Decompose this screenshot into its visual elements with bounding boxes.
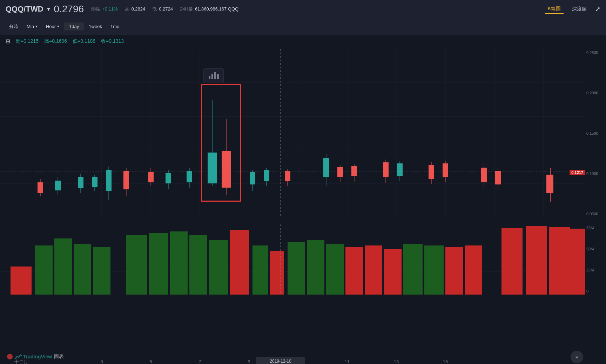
depth-chart-button[interactable]: 深度圖	[569, 5, 590, 14]
svg-rect-106	[211, 74, 213, 79]
symbol-arrow: ▼	[46, 6, 51, 12]
volume-svg	[0, 224, 585, 295]
watermark-suffix: 圖表	[54, 353, 64, 360]
svg-rect-61	[495, 171, 501, 184]
change-group: 漲幅 +0.11%	[91, 6, 117, 12]
volume-value: 61,860,986.167 QQQ	[195, 6, 238, 12]
svg-rect-75	[189, 235, 207, 295]
vy-label-3: 0	[586, 289, 605, 293]
svg-rect-74	[170, 231, 188, 295]
chart-container: ⊞ 開=0.1215 高=0.1696 低=0.1188 收=0.1313	[0, 35, 606, 364]
y-label-1: 0.2000	[586, 91, 605, 95]
svg-text:5: 5	[149, 359, 152, 364]
svg-rect-71	[93, 247, 110, 295]
hour-button[interactable]: Hour ▾	[42, 22, 63, 31]
svg-rect-80	[288, 242, 305, 295]
fullscreen-button[interactable]: ⤢	[595, 5, 600, 13]
svg-rect-25	[106, 170, 112, 191]
vy-label-0: 75M	[586, 226, 605, 230]
svg-rect-17	[38, 182, 43, 193]
1day-button[interactable]: 1day	[64, 22, 84, 31]
svg-rect-83	[345, 247, 363, 295]
ohlc-high: 高=0.1696	[44, 38, 67, 45]
change-label: 漲幅	[91, 6, 100, 12]
forward-button[interactable]: »	[571, 351, 583, 363]
x-axis: 十二月 3 5 7 9 2019-12-10 11 13 15	[0, 356, 585, 364]
main-chart: 0.1217	[0, 49, 585, 217]
svg-text:2019-12-10: 2019-12-10	[270, 359, 291, 364]
1mo-button[interactable]: 1mo	[107, 22, 123, 31]
svg-rect-78	[252, 245, 268, 295]
svg-rect-69	[54, 238, 72, 295]
svg-rect-27	[123, 171, 129, 189]
y-label-4: 0.0500	[586, 212, 605, 216]
svg-rect-19	[55, 181, 61, 190]
svg-rect-21	[78, 177, 83, 188]
svg-rect-105	[209, 76, 210, 79]
high-group: 高 0.2824	[125, 6, 146, 12]
k-chart-button[interactable]: K線圖	[545, 4, 564, 14]
toolbar: 分時 Min ▾ Hour ▾ 1day 1week 1mo	[0, 18, 606, 35]
vy-label-1: 50M	[586, 247, 605, 251]
svg-text:3: 3	[100, 359, 103, 364]
svg-rect-73	[149, 233, 168, 295]
svg-rect-47	[337, 167, 343, 177]
svg-text:十二月: 十二月	[14, 359, 28, 364]
change-value: +0.11%	[102, 6, 117, 12]
ohlc-cross: ⊞	[6, 38, 10, 45]
svg-rect-89	[465, 245, 482, 295]
svg-text:11: 11	[345, 359, 350, 364]
svg-rect-29	[148, 172, 154, 182]
svg-text:15: 15	[443, 359, 448, 364]
svg-rect-81	[307, 240, 324, 295]
svg-rect-76	[209, 240, 228, 295]
low-label: 低	[152, 6, 157, 12]
svg-text:7: 7	[198, 359, 201, 364]
vy-label-2: 25M	[586, 268, 605, 272]
high-label: 高	[125, 6, 129, 12]
svg-rect-67	[11, 267, 32, 295]
svg-rect-70	[74, 244, 91, 295]
1week-button[interactable]: 1week	[85, 22, 106, 31]
svg-rect-91	[526, 226, 547, 295]
min-button[interactable]: Min ▾	[23, 22, 41, 31]
svg-rect-23	[92, 177, 97, 187]
bar-chart-icon	[208, 72, 219, 80]
svg-rect-59	[481, 168, 487, 182]
header-right: K線圖 深度圖 ⤢	[545, 4, 600, 14]
tradingview-watermark: TradingView 圖表	[7, 353, 64, 360]
watermark-brand: TradingView	[23, 354, 52, 359]
svg-rect-55	[429, 165, 434, 179]
low-group: 低 0.2724	[152, 6, 173, 12]
svg-rect-53	[397, 163, 403, 176]
svg-rect-57	[443, 163, 448, 177]
tradingview-logo-icon	[15, 353, 22, 360]
svg-rect-68	[35, 245, 53, 295]
svg-rect-84	[365, 245, 382, 295]
svg-rect-85	[384, 249, 402, 295]
svg-rect-35	[208, 153, 217, 183]
symbol-info: QQQ/TWD ▼ 0.2796	[6, 4, 84, 15]
y-axis: 0.2500 0.2000 0.1500 0.1000 0.0500	[585, 49, 606, 217]
fen-button[interactable]: 分時	[6, 22, 22, 31]
svg-rect-86	[403, 244, 423, 295]
header: QQQ/TWD ▼ 0.2796 漲幅 +0.11% 高 0.2824 低 0.…	[0, 0, 606, 18]
ohlc-open: 開=0.1215	[16, 38, 39, 45]
svg-rect-90	[501, 228, 523, 295]
svg-rect-51	[383, 162, 389, 177]
svg-rect-88	[445, 247, 463, 295]
svg-rect-45	[323, 158, 329, 177]
volume-chart	[0, 224, 585, 295]
volume-group: 24H量 61,860,986.167 QQQ	[180, 6, 238, 12]
watermark-icon	[7, 354, 13, 359]
volume-y-axis: 75M 50M 25M 0	[585, 224, 606, 295]
svg-rect-43	[285, 171, 290, 181]
y-label-0: 0.2500	[586, 50, 605, 55]
svg-rect-107	[214, 72, 216, 79]
svg-rect-82	[326, 244, 344, 295]
svg-rect-108	[217, 74, 219, 79]
y-label-2: 0.1500	[586, 131, 605, 135]
svg-rect-37	[222, 151, 231, 188]
svg-rect-93	[570, 229, 585, 295]
chart-icon-popup	[203, 68, 224, 83]
